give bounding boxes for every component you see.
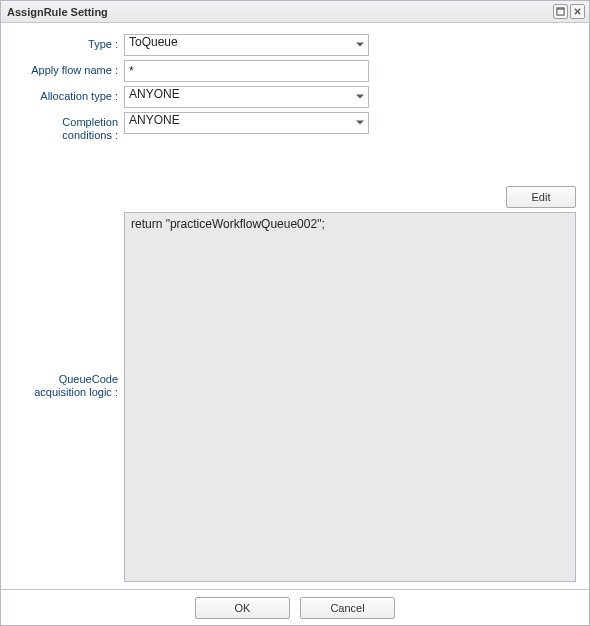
allocation-type-value: ANYONE [125, 87, 351, 107]
completion-conditions-value: ANYONE [125, 113, 351, 133]
type-select[interactable]: ToQueue [124, 34, 369, 56]
completion-conditions-select[interactable]: ANYONE [124, 112, 369, 134]
content: Type : ToQueue Apply flow name : [1, 23, 589, 589]
label-type: Type : [14, 34, 124, 51]
label-allocation-type: Allocation type : [14, 86, 124, 103]
chevron-down-icon[interactable] [351, 87, 368, 107]
row-apply-flow-name: Apply flow name : [14, 60, 576, 82]
ok-button[interactable]: OK [195, 597, 290, 619]
maximize-icon[interactable] [553, 4, 568, 19]
apply-flow-name-input[interactable] [125, 61, 368, 81]
type-value: ToQueue [125, 35, 351, 55]
close-icon[interactable] [570, 4, 585, 19]
row-completion-conditions: Completion conditions : ANYONE [14, 112, 576, 142]
row-queue-code-logic: QueueCode acquisition logic : Edit retur… [14, 186, 576, 582]
label-completion-conditions: Completion conditions : [14, 112, 124, 142]
label-queue-code-logic: QueueCode acquisition logic : [14, 369, 124, 399]
form-area: Type : ToQueue Apply flow name : [13, 33, 577, 583]
title-icons [553, 4, 585, 19]
queue-code-logic-textarea[interactable]: return "practiceWorkflowQueue002"; [124, 212, 576, 582]
allocation-type-select[interactable]: ANYONE [124, 86, 369, 108]
footer: OK Cancel [1, 589, 589, 625]
chevron-down-icon[interactable] [351, 113, 368, 133]
window-title: AssignRule Setting [7, 6, 553, 18]
titlebar: AssignRule Setting [1, 1, 589, 23]
chevron-down-icon[interactable] [351, 35, 368, 55]
cancel-button[interactable]: Cancel [300, 597, 395, 619]
label-apply-flow-name: Apply flow name : [14, 60, 124, 77]
row-type: Type : ToQueue [14, 34, 576, 56]
apply-flow-name-input-wrap [124, 60, 369, 82]
edit-button[interactable]: Edit [506, 186, 576, 208]
dialog-window: AssignRule Setting Type : ToQueue [0, 0, 590, 626]
row-allocation-type: Allocation type : ANYONE [14, 86, 576, 108]
